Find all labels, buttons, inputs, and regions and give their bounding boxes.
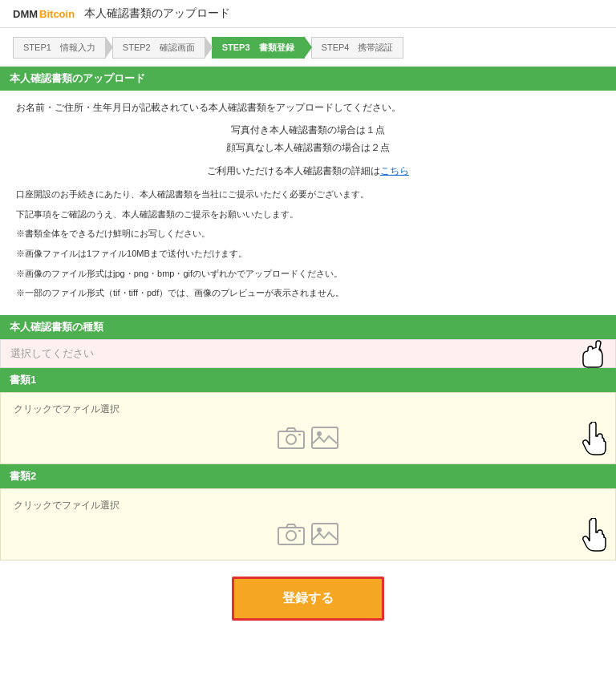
note-line-5: ※画像のファイル形式はjpg・png・bmp・gifのいずれかでアップロードくだ… [16,266,600,281]
step3-box: STEP3 書類登録 [212,37,305,59]
logo-bitcoin-text: Bitcoin [39,8,75,20]
main-content: お名前・ご住所・生年月日が記載されている本人確認書類をアップロードしてください。… [0,91,616,315]
note-line-4: ※画像ファイルは1ファイル10MBまで送付いただけます。 [16,246,600,261]
svg-rect-6 [312,427,338,448]
doc1-hand-cursor [580,422,609,457]
svg-rect-10 [298,530,301,532]
type-section: 本人確認書類の種類 選択してください [0,315,616,368]
cursor-icon-select [580,335,609,372]
step4-box: STEP4 携帯認証 [311,37,404,59]
step1-arrow [105,36,113,59]
doc2-upload-area[interactable]: クリックでファイル選択 [0,488,616,560]
svg-point-4 [286,435,296,444]
doc1-section: 書類1 クリックでファイル選択 [0,368,616,464]
upload-section-header: 本人確認書類のアップロード [0,67,616,91]
doc1-image-icon [311,426,338,450]
step2-box: STEP2 確認画面 [112,37,205,59]
step1-item: STEP1 情報入力 [13,37,106,59]
svg-rect-11 [312,524,338,544]
doc2-cursor [580,518,609,553]
svg-point-7 [317,431,322,436]
note-line-3: ※書類全体をできるだけ鮮明にお写しください。 [16,226,600,241]
steps-bar: STEP1 情報入力 STEP2 確認画面 STEP3 書類登録 STEP4 携… [0,28,616,67]
intro-text: お名前・ご住所・生年月日が記載されている本人確認書類をアップロードしてください。 [16,100,600,115]
step1-box: STEP1 情報入力 [13,37,106,59]
button-area: 登録する [0,560,616,640]
logo: DMMBitcoin [13,6,75,21]
svg-point-9 [286,531,296,540]
hand-cursor-svg [580,335,609,370]
select-wrapper: 選択してください [0,339,616,368]
type-select[interactable]: 選択してください [0,339,616,368]
doc1-cursor [580,422,609,457]
doc2-camera-icon [278,522,305,546]
doc2-upload-wrapper: クリックでファイル選択 [0,488,616,560]
doc2-upload-icons [278,522,338,546]
note-line-6: ※一部のファイル形式（tif・tiff・pdf）では、画像のプレビューが表示され… [16,285,600,301]
doc1-upload-label: クリックでファイル選択 [14,403,120,416]
detail-link[interactable]: こちら [380,165,409,176]
header: DMMBitcoin 本人確認書類のアップロード [0,0,616,28]
doc2-hand-cursor [580,518,609,553]
svg-point-12 [317,528,322,532]
step3-item: STEP3 書類登録 [212,37,305,59]
center-text: 写真付き本人確認書類の場合は１点 顔写真なし本人確認書類の場合は２点 [16,122,600,156]
page-wrapper: DMMBitcoin 本人確認書類のアップロード STEP1 情報入力 STEP… [0,0,616,696]
doc1-camera-icon [278,426,305,450]
register-button[interactable]: 登録する [232,577,384,621]
note-line-2: 下記事項をご確認のうえ、本人確認書類のご提示をお願いいたします。 [16,207,600,222]
doc2-image-icon [311,522,338,546]
detail-link-row: ご利用いただける本人確認書類の詳細はこちら [16,163,600,180]
doc1-upload-wrapper: クリックでファイル選択 [0,392,616,464]
doc1-header: 書類1 [0,368,616,392]
doc2-section: 書類2 クリックでファイル選択 [0,464,616,560]
step2-arrow [205,36,213,59]
doc1-upload-icons [278,426,338,450]
doc1-upload-area[interactable]: クリックでファイル選択 [0,392,616,464]
logo-dmm-text: DMMBitcoin [13,8,75,20]
step3-arrow [304,36,312,59]
page-title: 本人確認書類のアップロード [84,6,230,21]
step4-item: STEP4 携帯認証 [311,37,404,59]
doc2-header: 書類2 [0,464,616,488]
select-placeholder: 選択してください [10,346,94,361]
note-line-0: 口座開設のお手続きにあたり、本人確認書類を当社にご提示いただく必要がございます。 [16,187,600,202]
doc2-upload-label: クリックでファイル選択 [14,499,120,512]
type-section-header: 本人確認書類の種類 [0,315,616,339]
detail-link-prefix: ご利用いただける本人確認書類の詳細は [207,165,380,176]
svg-rect-5 [298,434,301,435]
step2-item: STEP2 確認画面 [112,37,205,59]
